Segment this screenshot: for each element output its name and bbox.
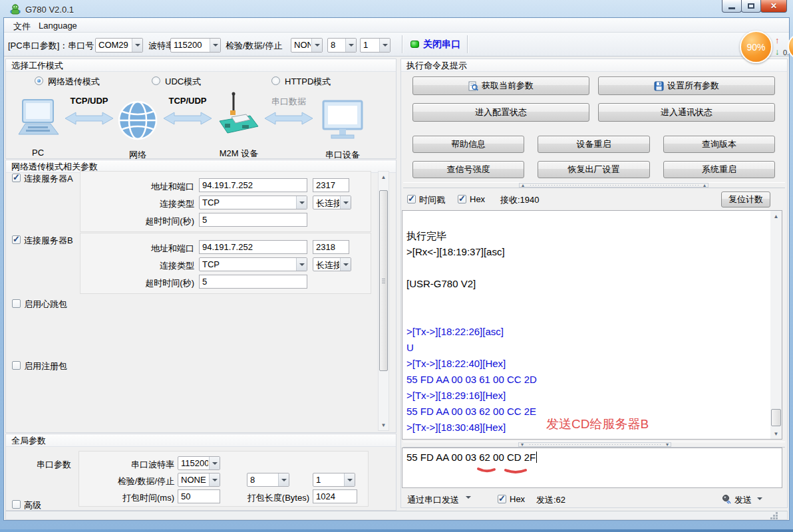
group-global-title: 全局参数: [6, 434, 396, 447]
server-b-type-select[interactable]: TCP: [199, 257, 307, 271]
send-hex-label: Hex: [510, 494, 525, 504]
scroll-up-icon[interactable]: ▲: [770, 211, 782, 221]
chevron-down-icon: [345, 39, 356, 52]
heartbeat-checkbox[interactable]: [12, 299, 21, 308]
device-restart-button[interactable]: 设备重启: [538, 136, 650, 153]
log-splitter-top[interactable]: ▴ ▴: [403, 182, 785, 188]
server-a-checkbox[interactable]: [12, 174, 21, 182]
global-parity-select[interactable]: NONE: [178, 473, 220, 487]
chevron-down-icon[interactable]: [466, 496, 471, 501]
scroll-down-icon[interactable]: ▼: [770, 428, 782, 439]
server-a-port-input[interactable]: 2317: [313, 178, 349, 192]
menu-bar: 文件 Language: [4, 18, 789, 33]
status-bar: [5, 511, 788, 520]
chevron-down-icon: [340, 258, 351, 271]
log-line: U: [402, 340, 782, 356]
global-stopbits-select[interactable]: 1: [313, 473, 355, 487]
log-line: >[Rx<-][18:19:37][asc]: [402, 244, 782, 260]
menu-file[interactable]: 文件: [11, 20, 33, 33]
parity-select[interactable]: NONI: [291, 38, 323, 53]
signal-strength-button[interactable]: 查信号强度: [412, 161, 524, 178]
send-via-dropdown[interactable]: 通过串口发送: [407, 494, 459, 506]
radio-net-passthrough[interactable]: [35, 76, 43, 85]
server-b-connmode-select[interactable]: 长连接: [313, 257, 351, 271]
server-a-type-select[interactable]: TCP: [199, 196, 307, 209]
server-b-type-label: 连接类型: [100, 260, 194, 272]
radio-udc-mode[interactable]: [152, 76, 160, 85]
scrollbar-thumb[interactable]: [379, 190, 388, 371]
log-line: [402, 260, 782, 276]
send-splitter[interactable]: ▾ ▾: [403, 442, 785, 448]
network-globe-icon: [117, 100, 158, 141]
server-b-timeout-input[interactable]: 5: [199, 275, 307, 289]
log-hex-label: Hex: [470, 194, 485, 204]
server-b-checkbox[interactable]: [12, 235, 21, 244]
double-arrow-icon: [64, 110, 114, 126]
enter-config-label: 进入配置状态: [475, 106, 527, 118]
baud-select[interactable]: 115200: [170, 38, 221, 53]
splitter-arrow-icon: ▴: [522, 182, 524, 188]
log-line: >[Tx->][18:22:26][asc]: [402, 324, 782, 340]
server-b-port-input[interactable]: 2318: [313, 240, 349, 254]
window-title: G780 V2.0.1: [25, 5, 74, 15]
menu-language[interactable]: Language: [36, 20, 80, 31]
system-reboot-button[interactable]: 系统重启: [663, 161, 775, 178]
register-checkbox[interactable]: [12, 361, 21, 370]
set-params-button[interactable]: 设置所有参数: [598, 76, 775, 95]
minimize-button[interactable]: [722, 0, 742, 13]
global-databits-select[interactable]: 8: [247, 473, 289, 487]
port-open-led-icon: [410, 41, 419, 48]
packlen-input[interactable]: 1024: [313, 489, 357, 503]
reset-count-button[interactable]: 复位计数: [721, 192, 770, 207]
resize-grip[interactable]: [770, 517, 772, 519]
chevron-down-icon[interactable]: [757, 497, 762, 503]
maximize-button[interactable]: [741, 0, 761, 13]
send-input[interactable]: 55 FD AA 00 03 62 00 CD 2F: [402, 448, 782, 488]
get-params-label: 获取当前参数: [482, 80, 534, 92]
server-b-addr-input[interactable]: 94.191.7.252: [199, 240, 307, 254]
log-output[interactable]: 执行完毕 >[Rx<-][18:19:37][asc] [USR-G780 V2…: [402, 210, 782, 440]
log-scrollbar[interactable]: ▲ ▼: [770, 211, 782, 439]
scrollbar-thumb[interactable]: [771, 409, 781, 426]
server-a-timeout-label: 超时时间(秒): [100, 215, 194, 227]
close-port-button[interactable]: 关闭串口: [423, 39, 460, 51]
com-port-select[interactable]: COM29: [95, 38, 143, 53]
stopbits-select[interactable]: 1: [360, 38, 391, 53]
close-button[interactable]: ✕: [760, 0, 787, 13]
timestamp-checkbox[interactable]: [407, 195, 416, 203]
send-hex-checkbox[interactable]: [498, 495, 506, 503]
server-a-timeout-input[interactable]: 5: [199, 213, 307, 227]
chevron-down-icon: [379, 39, 390, 52]
scroll-up-icon[interactable]: ▲: [379, 172, 389, 182]
packtime-input[interactable]: 50: [178, 489, 220, 503]
group-work-mode-title: 选择工作模式: [6, 59, 396, 72]
params-scrollbar[interactable]: ▲ ▼: [378, 171, 389, 431]
factory-reset-button[interactable]: 恢复出厂设置: [538, 161, 650, 178]
query-version-label: 查询版本: [702, 138, 736, 150]
server-a-addr-label: 地址和端口: [100, 181, 194, 193]
chevron-down-icon: [344, 473, 355, 486]
radio-httpd-mode[interactable]: [271, 76, 280, 85]
speed-percent: 90%: [746, 42, 765, 53]
speed-overlay-badge[interactable]: 90%: [740, 31, 772, 63]
pc-laptop-icon: [13, 98, 63, 140]
help-button[interactable]: 帮助信息: [412, 136, 524, 153]
parity-label: 检验/数据/停止: [226, 40, 282, 52]
global-baud-select[interactable]: 115200: [178, 456, 220, 470]
enter-config-button[interactable]: 进入配置状态: [412, 103, 589, 122]
log-hex-checkbox[interactable]: [458, 195, 466, 203]
packlen-label: 打包长度(Bytes): [230, 492, 309, 504]
server-a-addr-input[interactable]: 94.191.7.252: [199, 178, 307, 192]
splitter-arrow-icon: ▴: [703, 182, 706, 188]
enter-comm-button[interactable]: 进入通讯状态: [598, 103, 775, 122]
send-button[interactable]: 发送: [734, 494, 752, 506]
scroll-down-icon[interactable]: ▼: [379, 420, 389, 430]
get-params-button[interactable]: 获取当前参数: [412, 76, 589, 95]
radio-udc-mode-label: UDC模式: [165, 76, 201, 88]
diagram-m2m-label: M2M 设备: [209, 148, 269, 160]
server-a-connmode-select[interactable]: 长连接: [313, 196, 351, 209]
query-version-button[interactable]: 查询版本: [663, 136, 775, 153]
title-bar[interactable]: G780 V2.0.1: [0, 0, 793, 19]
advanced-checkbox[interactable]: [12, 500, 21, 509]
databits-select[interactable]: 8: [327, 38, 357, 53]
